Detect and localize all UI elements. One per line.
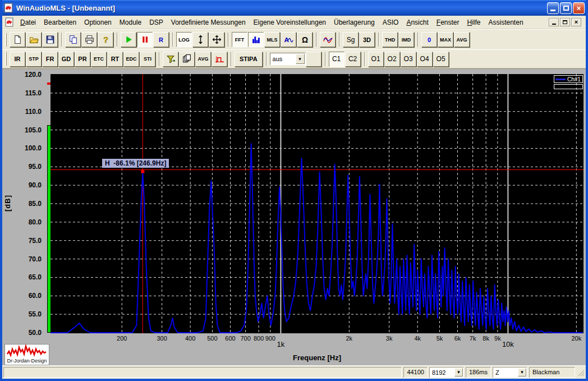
y-tick-120.0: 120.0	[7, 71, 42, 79]
stipa-label: STIPA	[240, 56, 258, 62]
energy-decay-curve-label: EDC	[126, 56, 136, 62]
speech-transmission-index-button[interactable]: STI	[140, 52, 155, 67]
channel-1-label: C1	[332, 55, 341, 63]
pause-button[interactable]	[137, 32, 153, 47]
zero-reference-button[interactable]: 0	[421, 32, 437, 47]
spectrum-plot[interactable]: H -86.1% [246.9Hz] Ch#1	[50, 74, 584, 333]
fft-mode-label: FFT	[235, 37, 245, 43]
close-button[interactable]: ×	[573, 2, 585, 14]
menu-ansicht[interactable]: Ansicht	[402, 17, 432, 28]
chevron-down-icon[interactable]: ▼	[518, 368, 526, 377]
mdi-close-button[interactable]: ×	[571, 18, 581, 26]
mls-mode-button[interactable]: MLS	[264, 32, 280, 47]
menu-assistenten[interactable]: Assistenten	[485, 17, 527, 28]
open-folder-button[interactable]	[26, 32, 42, 47]
blank-button[interactable]	[306, 52, 321, 67]
menu-hilfe[interactable]: Hilfe	[463, 17, 485, 28]
mdi-restore-button[interactable]	[560, 18, 570, 26]
menu-eigene-voreinstellungen[interactable]: Eigene Voreinstellungen	[250, 17, 330, 28]
play-button[interactable]	[121, 32, 136, 47]
average-label: AVG	[457, 37, 467, 43]
average-button[interactable]: AVG	[454, 32, 470, 47]
overlay-1-button[interactable]: O1	[368, 52, 384, 67]
overlay-4-button[interactable]: O4	[417, 52, 433, 67]
menu-vordefinierte-messungen[interactable]: Vordefinierte Messungen	[167, 17, 250, 28]
waveform-button[interactable]: A	[281, 32, 296, 47]
help-icon: ?	[101, 35, 111, 44]
aus-select-dropdown[interactable]: aus▼	[270, 53, 306, 65]
record-button[interactable]: R	[153, 32, 169, 47]
impulse-response-button[interactable]: IR	[10, 52, 25, 67]
document-icon	[4, 17, 14, 27]
zoom-vertical-button[interactable]	[192, 32, 208, 47]
thd-measure-button[interactable]: THD	[382, 32, 398, 47]
weighting-dropdown[interactable]: Z▼	[493, 367, 527, 378]
toolbar-grip[interactable]	[5, 52, 7, 66]
legend: Ch#1	[554, 75, 583, 83]
imd-measure-button[interactable]: IMD	[398, 32, 414, 47]
aus-select-value: aus	[270, 56, 296, 62]
reverberation-time-button[interactable]: RT	[107, 52, 123, 67]
frequency-response-button[interactable]: FR	[42, 52, 58, 67]
status-message-panel	[3, 367, 402, 378]
log-scale-button[interactable]: LOG	[176, 32, 192, 47]
mdi-minimize-button[interactable]	[549, 18, 559, 26]
overlay-5-button[interactable]: O5	[433, 52, 449, 67]
step-stp-button[interactable]: STP	[26, 52, 42, 67]
chart-client-area: [dB] H -86.1% [246.9Hz] Ch#1 Frequenz [H…	[2, 68, 586, 365]
signal-generator-button[interactable]: Sg	[343, 32, 359, 47]
overlay-1-label: O1	[371, 55, 380, 63]
copy-button[interactable]	[65, 32, 81, 47]
toolbar-grip[interactable]	[5, 33, 7, 47]
maximize-button[interactable]	[560, 2, 572, 14]
y-tick-90.0: 90.0	[7, 181, 42, 189]
fft-mode-button[interactable]: FFT	[232, 32, 247, 47]
menu-optionen[interactable]: Optionen	[80, 17, 116, 28]
fft-size-dropdown[interactable]: 8192▼	[429, 367, 464, 378]
menu-asio[interactable]: ASIO	[379, 17, 403, 28]
energy-time-curve-button[interactable]: ETC	[91, 52, 107, 67]
overlay-3-button[interactable]: O3	[401, 52, 416, 67]
impedance-omega-button[interactable]: Ω	[297, 32, 313, 47]
average-2-button[interactable]: AVG	[195, 52, 211, 67]
channel-2-button[interactable]: C2	[345, 52, 361, 67]
print-icon	[85, 35, 94, 44]
mdi-minimize-icon	[552, 24, 556, 25]
copy-pages-button[interactable]	[179, 52, 195, 67]
max-hold-button[interactable]: MAX	[438, 32, 453, 47]
stipa-button[interactable]: STIPA	[235, 52, 263, 67]
channel-2-label: C2	[348, 55, 357, 63]
chevron-down-icon[interactable]: ▼	[454, 368, 463, 377]
save-button[interactable]	[42, 32, 58, 47]
energy-decay-curve-button[interactable]: EDC	[123, 52, 139, 67]
move-cross-button[interactable]	[209, 32, 224, 47]
help-button[interactable]: ?	[98, 32, 113, 47]
menu-dsp[interactable]: DSP	[145, 17, 167, 28]
menu-berlagerung[interactable]: Überlagerung	[330, 17, 379, 28]
max-hold-label: MAX	[440, 37, 451, 43]
channel-1-button[interactable]: C1	[329, 52, 344, 67]
menu-fenster[interactable]: Fenster	[433, 17, 463, 28]
phase-response-button[interactable]: PR	[75, 52, 90, 67]
chevron-down-icon[interactable]: ▼	[296, 54, 305, 64]
menu-module[interactable]: Module	[116, 17, 145, 28]
menu-datei[interactable]: Datei	[16, 17, 40, 28]
toolbar-separator	[117, 33, 118, 47]
3d-view-button[interactable]: 3D	[359, 32, 375, 47]
copy-icon	[68, 35, 78, 44]
overlay-2-button[interactable]: O2	[384, 52, 400, 67]
legend-line-swatch	[555, 79, 566, 80]
y-tick-75.0: 75.0	[7, 237, 42, 245]
new-document-button[interactable]	[10, 32, 25, 47]
step-response-button[interactable]	[212, 52, 227, 67]
overlay-curves-button[interactable]	[320, 32, 336, 47]
resize-grip-icon[interactable]	[577, 368, 585, 377]
spectrum-bars-button[interactable]	[248, 32, 264, 47]
legend-label: Ch#1	[567, 76, 581, 82]
print-button[interactable]	[81, 32, 97, 47]
minimize-button[interactable]	[547, 2, 559, 14]
filter-funnel-button[interactable]	[163, 52, 178, 67]
menu-bearbeiten[interactable]: Bearbeiten	[40, 17, 80, 28]
group-delay-button[interactable]: GD	[58, 52, 74, 67]
toolbar-separator	[417, 33, 419, 47]
